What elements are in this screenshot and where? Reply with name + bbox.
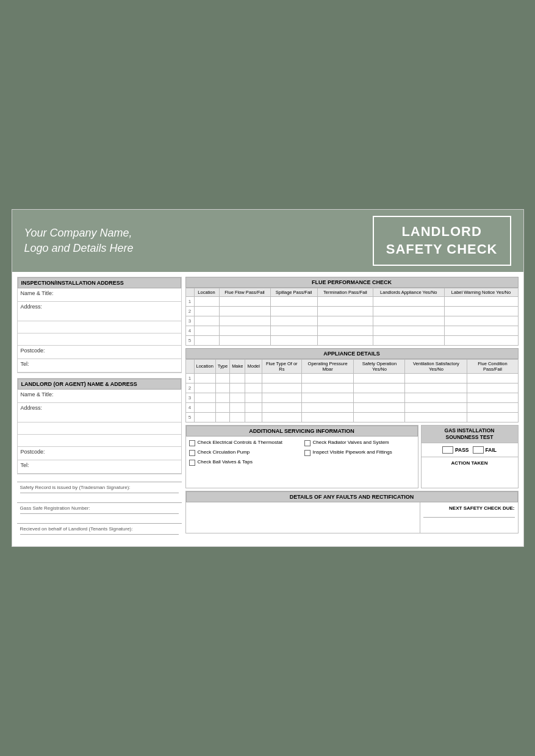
flue-col-location: Location — [194, 288, 219, 296]
app-col-model: Model — [245, 359, 262, 373]
flue-cell — [270, 306, 317, 316]
landlord-address-section: LANDLORD (OR AGENT) NAME & ADDRESS Name … — [17, 378, 182, 474]
doc-body: INSPECTION/INSTALLATION ADDRESS Name & T… — [12, 272, 523, 546]
next-check-label: NEXT SAFETY CHECK DUE: — [449, 505, 514, 511]
flue-cell — [270, 316, 317, 326]
company-name: Your Company Name, Logo and Details Here — [24, 226, 373, 256]
app-cell — [245, 402, 262, 412]
flue-table-row: 2 — [185, 306, 518, 316]
flue-row-num: 5 — [185, 335, 194, 345]
app-cell — [405, 383, 467, 393]
flue-row-num: 4 — [185, 326, 194, 335]
appliance-table-row: 5 — [185, 412, 518, 422]
flue-cell — [270, 326, 317, 335]
document: Your Company Name, Logo and Details Here… — [12, 209, 524, 546]
gas-install-title2: SOUNDNESS TEST — [423, 434, 516, 441]
app-cell — [230, 393, 245, 402]
additional-servicing-section: ADDITIONAL SERVICING INFORMATION Check E… — [185, 425, 418, 488]
faults-header: DETAILS OF ANY FAULTS AND RECTIFICATION — [186, 491, 518, 502]
title-text-line1: LANDLORD — [386, 223, 498, 241]
checkbox-radiator-label: Check Radiator Valves and System — [313, 440, 389, 445]
checkbox-item-5: Inspect Visible Pipework and Fittings — [304, 449, 415, 456]
flue-col-termination: Termination Pass/Fail — [317, 288, 373, 296]
flue-cell — [317, 326, 373, 335]
checkbox-ball-valves[interactable] — [189, 460, 195, 466]
flue-cell — [194, 306, 219, 316]
app-col-type: Type — [215, 359, 229, 373]
app-cell — [194, 402, 215, 412]
doc-header: Your Company Name, Logo and Details Here… — [12, 210, 523, 271]
app-cell — [262, 393, 301, 402]
flue-row-num: 3 — [185, 316, 194, 326]
app-row-num: 4 — [185, 402, 194, 412]
flue-cell — [270, 296, 317, 306]
app-cell — [230, 373, 245, 383]
flue-table-row: 3 — [185, 316, 518, 326]
app-cell — [215, 383, 229, 393]
address-row: Address: — [18, 302, 181, 321]
pass-item: PASS — [442, 446, 469, 454]
flue-col-flow: Flue Flow Pass/Fail — [219, 288, 270, 296]
address-spacer1 — [18, 321, 181, 333]
fail-box[interactable] — [473, 446, 484, 454]
flue-cell — [373, 335, 444, 345]
app-cell — [467, 373, 518, 383]
checkbox-ball-valves-label: Check Ball Valves & Taps — [198, 459, 253, 465]
checkbox-col-left: Check Electrical Controls & Thermostat C… — [189, 440, 300, 466]
flue-row-num: 2 — [185, 306, 194, 316]
flue-table-row: 1 — [185, 296, 518, 306]
flue-cell — [219, 306, 270, 316]
app-col-flue-type: Flue Type Of or Rs — [262, 359, 301, 373]
app-row-num: 5 — [185, 412, 194, 422]
app-cell — [262, 412, 301, 422]
checkbox-radiator[interactable] — [304, 440, 311, 446]
app-row-num: 3 — [185, 393, 194, 402]
app-cell — [215, 393, 229, 402]
app-cell — [301, 402, 354, 412]
flue-cell — [317, 316, 373, 326]
additional-header: ADDITIONAL SERVICING INFORMATION — [186, 426, 418, 437]
faults-body: NEXT SAFETY CHECK DUE: — [186, 502, 518, 533]
checkbox-pump-label: Check Circulation Pump — [198, 449, 250, 455]
app-cell — [230, 383, 245, 393]
sig2-row: Gass Safe Registration Number: — [17, 502, 182, 521]
pass-fail-row: PASS FAIL — [422, 443, 518, 457]
flue-performance-section: FLUE PERFORMANCE CHECK Location Flue Flo… — [185, 277, 519, 346]
app-cell — [467, 393, 518, 402]
page-wrapper: Your Company Name, Logo and Details Here… — [0, 0, 535, 756]
gas-install-title1: GAS INSTALLATION — [423, 427, 516, 434]
checkbox-pump[interactable] — [189, 450, 195, 456]
checkbox-electrical-label: Check Electrical Controls & Thermostat — [198, 440, 282, 445]
flue-cell — [373, 316, 444, 326]
checkbox-col-right: Check Radiator Valves and System Inspect… — [304, 440, 415, 466]
landlord-name-row: Name & Title: — [18, 390, 181, 403]
checkbox-electrical[interactable] — [189, 440, 195, 446]
appliance-table-row: 3 — [185, 393, 518, 402]
checkboxes-area: Check Electrical Controls & Thermostat C… — [186, 437, 418, 469]
flue-cell — [444, 326, 518, 335]
checkbox-pipework-label: Inspect Visible Pipework and Fittings — [313, 449, 392, 455]
checkbox-item-2: Check Circulation Pump — [189, 449, 300, 456]
flue-cell — [219, 296, 270, 306]
flue-col-landlords: Landlords Appliance Yes/No — [373, 288, 444, 296]
flue-cell — [317, 306, 373, 316]
flue-cell — [373, 296, 444, 306]
flue-col-label: Label Warning Notice Yes/No — [444, 288, 518, 296]
app-col-ventilation: Ventilation Satisfactory Yes/No — [405, 359, 467, 373]
pass-box[interactable] — [442, 446, 453, 454]
app-cell — [354, 412, 405, 422]
flue-row-num: 1 — [185, 296, 194, 306]
app-col-make: Make — [230, 359, 245, 373]
sig3-row: Recieved on behalf of Landlord (Tenants … — [17, 523, 182, 541]
flue-cell — [194, 335, 219, 345]
flue-cell — [444, 296, 518, 306]
checkbox-pipework[interactable] — [304, 450, 311, 456]
app-cell — [215, 373, 229, 383]
app-cell — [301, 373, 354, 383]
landlord-address-row: Address: — [18, 403, 181, 423]
app-cell — [354, 393, 405, 402]
gas-installation-section: GAS INSTALLATION SOUNDNESS TEST PASS FAI… — [421, 425, 519, 488]
flue-cell — [219, 335, 270, 345]
landlord-spacer2 — [18, 435, 181, 447]
title-box: LANDLORD SAFETY CHECK — [373, 216, 511, 265]
